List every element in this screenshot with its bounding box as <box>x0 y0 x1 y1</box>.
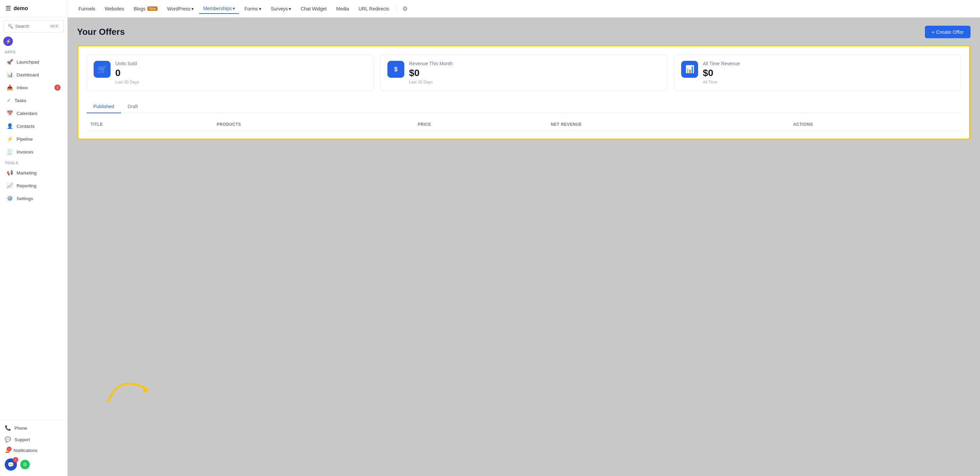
stat-info-all-time-revenue: All Time Revenue $0 All Time <box>703 61 740 84</box>
sidebar-item-calendars[interactable]: 📅 Calendars <box>2 107 65 119</box>
all-time-revenue-sub: All Time <box>703 80 740 84</box>
stats-row: 🛒 Units Sold 0 Last 30 Days $ Revenue Th… <box>86 54 961 91</box>
tab-draft[interactable]: Draft <box>121 100 145 113</box>
topnav-media[interactable]: Media <box>332 4 353 14</box>
dashboard-icon: 📊 <box>7 72 13 78</box>
sidebar-item-inbox[interactable]: 📥 Inbox 0 <box>2 81 65 94</box>
sidebar-bottom: 📞 Phone 💬 Support 🔔 1 Notifications 💬 3 … <box>0 419 67 476</box>
col-actions: ACTIONS <box>789 119 961 131</box>
inbox-icon: 📥 <box>7 84 13 91</box>
media-label: Media <box>336 6 349 11</box>
sidebar-item-label: Invoices <box>17 150 33 154</box>
sidebar-item-label: Phone <box>14 426 27 431</box>
sidebar-item-profile[interactable]: 💬 3 G <box>0 456 67 473</box>
inbox-badge: 0 <box>54 84 60 91</box>
launchpad-icon: 🚀 <box>7 59 13 65</box>
chat-badge: 3 <box>13 457 18 462</box>
col-products: PRODUCTS <box>213 119 414 131</box>
sidebar-item-label: Reporting <box>17 183 37 188</box>
stat-card-all-time-revenue: 📊 All Time Revenue $0 All Time <box>674 54 961 91</box>
topnav-chat-widget[interactable]: Chat Widget <box>296 4 331 14</box>
units-sold-value: 0 <box>115 68 139 78</box>
units-sold-label: Units Sold <box>115 61 139 66</box>
offers-table: TITLE PRODUCTS PRICE NET REVENUE ACTIONS <box>86 119 961 131</box>
stat-card-units-sold: 🛒 Units Sold 0 Last 30 Days <box>86 54 374 91</box>
calendars-icon: 📅 <box>7 110 13 116</box>
invoices-icon: 🧾 <box>7 149 13 155</box>
tasks-icon: ✓ <box>7 97 11 103</box>
hamburger-icon[interactable]: ☰ <box>5 5 11 12</box>
surveys-chevron-icon: ▾ <box>289 6 291 11</box>
topnav-wordpress[interactable]: WordPress ▾ <box>163 4 198 14</box>
apps-section-label: Apps <box>0 47 67 56</box>
sidebar-item-marketing[interactable]: 📢 Marketing <box>2 167 65 179</box>
units-sold-icon: 🛒 <box>94 61 111 78</box>
sidebar-item-launchpad[interactable]: 🚀 Launchpad <box>2 56 65 68</box>
units-sold-sub: Last 30 Days <box>115 80 139 84</box>
chat-bubble[interactable]: 💬 3 <box>5 458 17 471</box>
all-time-revenue-value: $0 <box>703 68 740 78</box>
sidebar-item-dashboard[interactable]: 📊 Dashboard <box>2 68 65 81</box>
blogs-new-badge: New <box>147 6 158 11</box>
chat-bubble-wrapper: 💬 3 <box>5 458 17 471</box>
stat-info-revenue-month: Revenue This Month $0 Last 30 Days <box>409 61 453 84</box>
avatar[interactable]: G <box>20 460 30 469</box>
sidebar-item-label: Inbox <box>17 85 28 90</box>
topnav-url-redirects[interactable]: URL Redirects <box>355 4 393 14</box>
wordpress-chevron-icon: ▾ <box>191 6 194 11</box>
sidebar-item-invoices[interactable]: 🧾 Invoices <box>2 146 65 158</box>
sidebar-item-tasks[interactable]: ✓ Tasks <box>2 94 65 107</box>
sidebar-search[interactable]: 🔍 Search ctrl K <box>3 20 64 32</box>
blogs-label: Blogs <box>134 6 145 11</box>
topnav-memberships[interactable]: Memberships ▾ <box>199 4 239 14</box>
search-icon: 🔍 <box>8 24 13 29</box>
table-header: TITLE PRODUCTS PRICE NET REVENUE ACTIONS <box>86 119 961 131</box>
col-net-revenue: NET REVENUE <box>547 119 789 131</box>
search-label: Search <box>15 24 29 29</box>
notifications-badge: 1 <box>7 447 11 451</box>
contacts-icon: 👤 <box>7 123 13 129</box>
sidebar-item-label: Pipeline <box>17 137 33 142</box>
all-time-revenue-icon: 📊 <box>681 61 698 78</box>
topnav-forms[interactable]: Forms ▾ <box>240 4 266 14</box>
page-header: Your Offers + Create Offer <box>77 26 970 38</box>
sidebar-item-contacts[interactable]: 👤 Contacts <box>2 120 65 132</box>
stat-info-units-sold: Units Sold 0 Last 30 Days <box>115 61 139 84</box>
support-icon: 💬 <box>5 436 11 443</box>
memberships-label: Memberships <box>203 6 232 11</box>
sidebar-logo: ☰ demo <box>0 0 67 17</box>
wordpress-label: WordPress <box>167 6 190 11</box>
lightning-icon[interactable]: ⚡ <box>3 37 13 46</box>
sidebar-item-label: Dashboard <box>17 72 39 77</box>
topnav-surveys[interactable]: Surveys ▾ <box>267 4 296 14</box>
topnav-blogs[interactable]: Blogs New <box>129 4 162 14</box>
sidebar-item-pipeline[interactable]: ⚡ Pipeline <box>2 133 65 145</box>
tools-section-label: Tools <box>0 158 67 166</box>
sidebar-item-label: Tasks <box>14 98 26 103</box>
search-shortcut: ctrl K <box>49 24 59 29</box>
surveys-label: Surveys <box>271 6 288 11</box>
gear-icon[interactable]: ⚙ <box>400 3 410 14</box>
sidebar-item-label: Marketing <box>17 170 37 175</box>
forms-chevron-icon: ▾ <box>259 6 261 11</box>
sidebar-item-phone[interactable]: 📞 Phone <box>0 422 67 434</box>
tabs-row: Published Draft <box>86 100 961 113</box>
tab-published[interactable]: Published <box>86 100 121 113</box>
topnav-websites[interactable]: Websites <box>101 4 128 14</box>
sidebar-item-support[interactable]: 💬 Support <box>0 434 67 445</box>
all-time-revenue-label: All Time Revenue <box>703 61 740 66</box>
sidebar-item-label: Contacts <box>17 124 35 129</box>
topnav-divider <box>396 5 397 13</box>
create-offer-button[interactable]: + Create Offer <box>925 26 970 38</box>
topnav-funnels[interactable]: Funnels <box>74 4 99 14</box>
app-name: demo <box>14 5 28 11</box>
sidebar-item-label: Support <box>14 437 30 442</box>
stat-card-revenue-month: $ Revenue This Month $0 Last 30 Days <box>380 54 667 91</box>
draft-tab-label: Draft <box>128 104 138 109</box>
sidebar-item-label: Settings <box>17 196 33 201</box>
sidebar-item-reporting[interactable]: 📈 Reporting <box>2 180 65 192</box>
sidebar-item-notifications[interactable]: 🔔 1 Notifications <box>0 445 67 456</box>
funnels-label: Funnels <box>78 6 95 11</box>
sidebar-item-settings[interactable]: ⚙️ Settings <box>2 193 65 205</box>
revenue-month-icon: $ <box>387 61 404 78</box>
